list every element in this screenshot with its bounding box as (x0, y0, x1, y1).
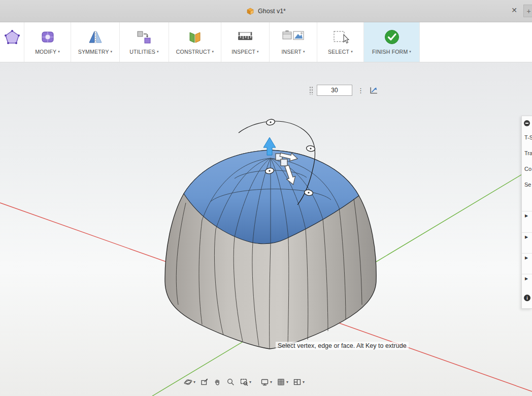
symmetry-icon (87, 26, 104, 48)
chevron-down-icon: ▾ (193, 380, 195, 384)
chevron-down-icon: ▾ (111, 50, 113, 54)
chevron-down-icon: ▾ (303, 50, 305, 54)
curve-handle[interactable] (266, 119, 276, 126)
modify-icon (39, 26, 57, 48)
construct-icon (186, 26, 204, 48)
expand-section-icon[interactable]: ▶ (525, 256, 528, 260)
look-at-button[interactable] (200, 378, 209, 386)
toolbar-group-label: SELECT (328, 49, 349, 55)
panel-collapse-icon[interactable] (524, 120, 530, 126)
toolbar-group-label: INSERT (281, 49, 302, 55)
display-settings-icon (260, 378, 269, 386)
edge-grid-dome (202, 158, 339, 244)
manipulator-plane-handle[interactable] (276, 154, 282, 160)
navigation-bar: ▾ (184, 378, 305, 386)
expand-section-icon[interactable]: ▶ (525, 214, 528, 218)
offset-value-input[interactable] (317, 85, 352, 96)
offset-slider-icon[interactable] (369, 86, 378, 95)
chevron-down-icon: ▾ (270, 380, 272, 384)
inspect-icon (236, 26, 254, 48)
crease-curve[interactable] (239, 121, 315, 205)
toolbar-group-label: FINISH FORM (372, 49, 408, 55)
chevron-down-icon: ▾ (249, 380, 251, 384)
status-hint: Select vertex, edge or face. Alt Key to … (276, 342, 409, 350)
titlebar: Ghost v1* ✕ + (0, 0, 532, 22)
chevron-down-icon: ▾ (58, 50, 60, 54)
viewport[interactable]: ⋮ Select vertex, edge or face. Alt Key t… (0, 62, 532, 396)
toolbar-group-inspect[interactable]: INSPECT▾ (221, 22, 270, 62)
select-icon (331, 26, 350, 48)
look-at-icon (200, 378, 209, 386)
pan-button[interactable] (213, 378, 222, 386)
info-icon[interactable]: i (524, 295, 530, 301)
green-axis (152, 168, 532, 396)
dialog-row-label: Se (524, 182, 531, 188)
chevron-down-icon: ▾ (212, 50, 214, 54)
orbit-icon (184, 378, 192, 386)
new-tab-button[interactable]: + (523, 5, 532, 17)
dialog-row-label: Tra (524, 150, 532, 156)
dialog-row-label: T-S (524, 134, 532, 140)
toolbar-group-label: INSPECT (231, 49, 255, 55)
edit-form-dialog-sliver[interactable]: T-S Tra Co Se ▶ ▶ ▶ ▶ i (521, 116, 532, 309)
toolbar: MODIFY▾ SYMMETRY▾ UTILITI (0, 22, 532, 62)
toolbar-group-utilities[interactable]: UTILITIES▾ (120, 22, 169, 62)
orbit-button[interactable]: ▾ (184, 378, 195, 386)
curve-handle[interactable] (304, 189, 314, 196)
document-cube-icon (246, 7, 254, 15)
zoom-button[interactable] (226, 378, 235, 386)
curve-handle[interactable] (306, 145, 315, 152)
dialog-row-label: Co (524, 166, 531, 172)
tspline-body[interactable] (165, 150, 376, 349)
grid-icon (277, 378, 285, 386)
display-settings-button[interactable]: ▾ (260, 378, 272, 386)
model-silhouette[interactable] (165, 150, 376, 349)
grid-snaps-button[interactable]: ▾ (277, 378, 288, 386)
toolbar-group-construct[interactable]: CONSTRUCT▾ (169, 22, 221, 62)
more-options-icon[interactable]: ⋮ (356, 87, 365, 94)
chevron-down-icon: ▾ (409, 50, 411, 54)
offset-control: ⋮ (309, 85, 378, 96)
toolbar-group-label: MODIFY (35, 49, 56, 55)
red-axis (0, 203, 532, 391)
curve-handle[interactable] (265, 167, 275, 174)
toolbar-group-select[interactable]: SELECT▾ (317, 22, 364, 62)
chevron-down-icon: ▾ (157, 50, 159, 54)
finish-form-icon (383, 26, 401, 48)
utilities-icon (135, 26, 153, 48)
toolbar-group-symmetry[interactable]: SYMMETRY▾ (71, 22, 120, 62)
fit-button[interactable]: ▾ (240, 378, 251, 386)
close-icon[interactable]: ✕ (510, 6, 518, 15)
document-title: Ghost v1* (258, 8, 286, 15)
toolbar-group-partial[interactable] (0, 22, 24, 62)
expand-section-icon[interactable]: ▶ (525, 235, 528, 239)
manipulator-plane-handle[interactable] (281, 159, 287, 166)
curve-handles[interactable] (265, 119, 316, 196)
toolbar-group-label: UTILITIES (129, 49, 155, 55)
form-edit-icon (4, 26, 21, 48)
chevron-down-icon: ▾ (286, 380, 288, 384)
document-tab[interactable]: Ghost v1* (238, 4, 294, 19)
zoom-icon (226, 378, 235, 386)
pan-icon (213, 378, 222, 386)
manipulator[interactable] (263, 137, 298, 186)
viewports-button[interactable]: ▾ (293, 378, 305, 386)
toolbar-group-finish-form[interactable]: FINISH FORM▾ (364, 22, 420, 62)
chevron-down-icon: ▾ (351, 50, 353, 54)
manipulator-arrow-right[interactable] (279, 151, 298, 162)
manipulator-arrow-down[interactable] (282, 164, 297, 186)
viewport-canvas[interactable] (0, 62, 532, 396)
viewports-icon (293, 378, 302, 386)
toolbar-group-insert[interactable]: INSERT▾ (270, 22, 317, 62)
insert-icon (281, 26, 306, 48)
edge-grid-lower (176, 199, 362, 348)
chevron-down-icon: ▾ (257, 50, 259, 54)
selected-faces[interactable] (184, 150, 359, 244)
manipulator-arrow-up[interactable] (263, 137, 276, 155)
toolbar-group-label: CONSTRUCT (176, 49, 211, 55)
fit-icon (240, 378, 248, 386)
expand-section-icon[interactable]: ▶ (525, 277, 528, 281)
toolbar-group-modify[interactable]: MODIFY▾ (24, 22, 71, 62)
drag-handle-icon[interactable] (309, 86, 313, 95)
toolbar-group-label: SYMMETRY (78, 49, 109, 55)
